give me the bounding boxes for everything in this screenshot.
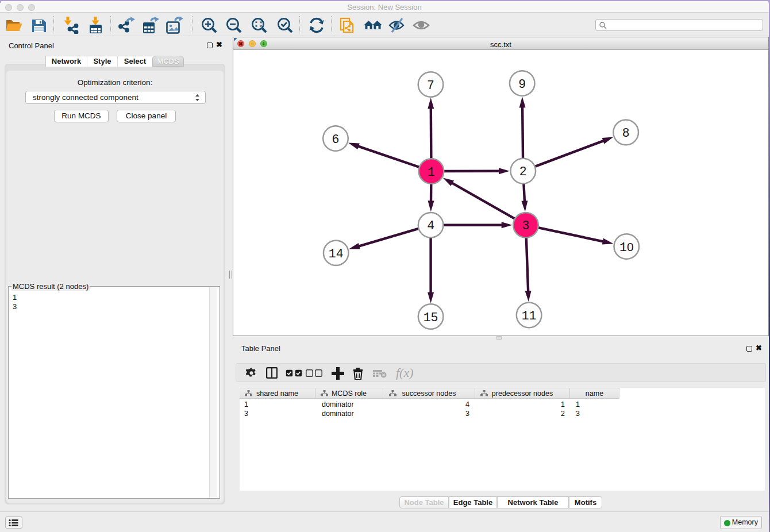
svg-text:4: 4 — [427, 219, 434, 233]
svg-text:14: 14 — [329, 247, 344, 261]
svg-text:2: 2 — [519, 165, 527, 179]
svg-text:10: 10 — [619, 240, 634, 255]
svg-text:9: 9 — [518, 78, 526, 91]
svg-text:1: 1 — [428, 165, 435, 179]
svg-text:8: 8 — [622, 126, 630, 140]
svg-text:11: 11 — [522, 309, 537, 323]
svg-text:3: 3 — [522, 219, 530, 233]
svg-text:6: 6 — [332, 133, 340, 147]
svg-text:15: 15 — [424, 311, 438, 325]
svg-text:7: 7 — [427, 79, 434, 92]
